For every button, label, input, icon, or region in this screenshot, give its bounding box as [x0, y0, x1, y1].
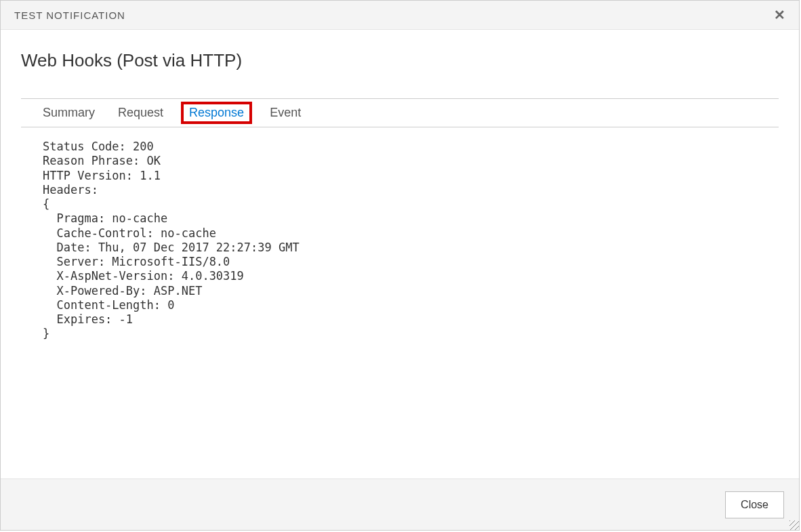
response-output: Status Code: 200 Reason Phrase: OK HTTP … — [21, 127, 779, 354]
dialog-footer: Close — [1, 478, 799, 530]
page-subtitle: Web Hooks (Post via HTTP) — [21, 50, 779, 71]
close-icon[interactable]: ✕ — [774, 8, 785, 22]
close-button[interactable]: Close — [725, 491, 784, 518]
dialog-body: Web Hooks (Post via HTTP) Summary Reques… — [1, 30, 799, 478]
divider — [21, 98, 779, 99]
dialog-header: TEST NOTIFICATION ✕ — [1, 1, 799, 30]
resize-grip-icon[interactable] — [787, 518, 799, 530]
test-notification-dialog: TEST NOTIFICATION ✕ Web Hooks (Post via … — [0, 0, 800, 531]
tab-bar: Summary Request Response Event — [21, 104, 779, 127]
tab-request[interactable]: Request — [115, 104, 166, 121]
dialog-title: TEST NOTIFICATION — [14, 9, 125, 21]
tab-response[interactable]: Response — [181, 102, 252, 124]
tab-summary[interactable]: Summary — [40, 104, 98, 121]
tab-event[interactable]: Event — [267, 104, 304, 121]
